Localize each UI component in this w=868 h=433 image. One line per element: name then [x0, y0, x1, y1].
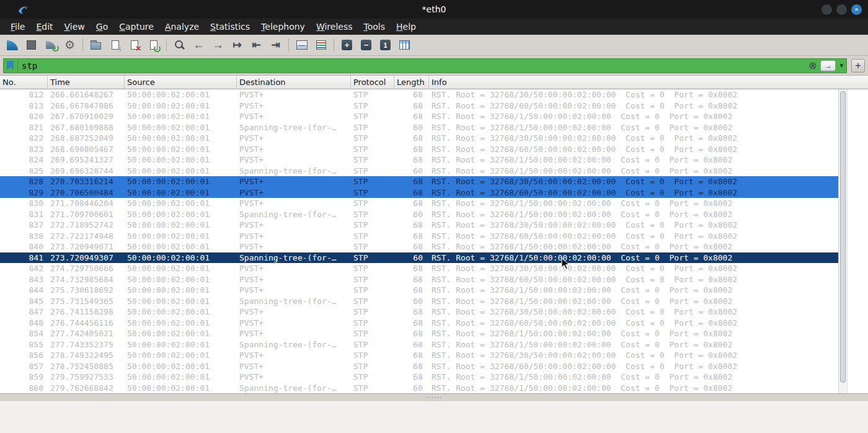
packet-row-813[interactable]: 813266.66784708650:00:00:02:00:01PVST+ST… [0, 100, 838, 112]
column-header-length[interactable]: Length [394, 76, 429, 89]
packet-row-843[interactable]: 843274.73298568450:00:00:02:00:01PVST+ST… [0, 274, 838, 285]
menu-item-view[interactable]: View [59, 19, 91, 35]
menu-item-go[interactable]: Go [91, 19, 113, 35]
packet-row-845[interactable]: 845275.73154936550:00:00:02:00:01Spannin… [0, 296, 838, 307]
packet-row-829[interactable]: 829270.70650048450:00:00:02:00:01PVST+ST… [0, 187, 838, 199]
auto-scroll-button[interactable] [292, 37, 311, 54]
add-filter-button[interactable]: + [851, 59, 865, 73]
packet-row-847[interactable]: 847276.74115829850:00:00:02:00:01PVST+ST… [0, 306, 838, 318]
find-packet-icon [174, 40, 185, 50]
title-bar: *eth0 × [0, 0, 868, 19]
main-toolbar [0, 35, 868, 56]
packet-row-821[interactable]: 821267.68010988850:00:00:02:00:01Spannin… [0, 122, 838, 133]
apply-filter-button[interactable]: → [820, 60, 836, 71]
previous-packet-button[interactable] [189, 37, 208, 54]
packet-row-820[interactable]: 820267.67691002950:00:00:02:00:01PVST+ST… [0, 111, 838, 122]
menu-item-edit[interactable]: Edit [30, 19, 58, 35]
cell-time: 272.718952742 [48, 220, 125, 231]
colorize-button[interactable] [311, 37, 330, 54]
zoom-out-button[interactable] [356, 37, 376, 54]
cell-no: 840 [0, 241, 48, 252]
packet-row-824[interactable]: 824269.69524132750:00:00:02:00:01PVST+ST… [0, 154, 838, 166]
packet-row-838[interactable]: 838272.72217494850:00:00:02:00:01PVST+ST… [0, 231, 838, 242]
filter-text[interactable]: stp [22, 61, 805, 71]
packet-list: 812266.66164826750:00:00:02:00:01PVST+ST… [0, 89, 838, 393]
save-file-button[interactable] [105, 37, 125, 54]
minimize-button[interactable] [822, 4, 832, 15]
start-capture-button[interactable] [2, 37, 22, 54]
packet-row-840[interactable]: 840273.72094907150:00:00:02:00:01PVST+ST… [0, 241, 838, 252]
bookmark-icon[interactable] [7, 61, 14, 70]
menu-item-analyze[interactable]: Analyze [159, 19, 205, 35]
capture-options-button[interactable] [60, 37, 79, 54]
cell-length: 60 [394, 339, 429, 350]
menu-item-statistics[interactable]: Statistics [205, 19, 255, 35]
open-file-button[interactable] [86, 37, 105, 54]
zoom-in-button[interactable] [337, 37, 356, 54]
packet-row-844[interactable]: 844275.73061869250:00:00:02:00:01PVST+ST… [0, 285, 838, 296]
cell-no: 812 [0, 89, 48, 100]
menu-item-capture[interactable]: Capture [113, 19, 159, 35]
menu-item-wireless[interactable]: Wireless [311, 19, 358, 35]
cell-protocol: STP [351, 339, 394, 350]
first-packet-button[interactable] [247, 37, 266, 54]
packet-row-812[interactable]: 812266.66164826750:00:00:02:00:01PVST+ST… [0, 89, 838, 100]
packet-row-854[interactable]: 854277.74240502150:00:00:02:00:01PVST+ST… [0, 328, 838, 339]
find-packet-button[interactable] [170, 37, 189, 54]
filter-dropdown-icon[interactable]: ▾ [839, 61, 843, 69]
packet-row-825[interactable]: 825269.69632874450:00:00:02:00:01Spannin… [0, 166, 838, 177]
packet-row-823[interactable]: 823268.69080546750:00:00:02:00:01PVST+ST… [0, 144, 838, 155]
cell-time: 275.730618692 [48, 285, 125, 296]
cell-no: 828 [0, 176, 48, 187]
zoom-original-button[interactable] [376, 37, 395, 54]
reload-file-button[interactable] [144, 37, 163, 54]
menu-item-telephony[interactable]: Telephony [255, 19, 311, 35]
column-header-destination[interactable]: Destination [237, 76, 351, 89]
packet-row-822[interactable]: 822268.68725204950:00:00:02:00:01PVST+ST… [0, 133, 838, 144]
packet-row-841[interactable]: 841273.72094930750:00:00:02:00:01Spannin… [0, 252, 838, 264]
go-to-packet-button[interactable] [228, 37, 247, 54]
packet-row-860[interactable]: 860279.76266884250:00:00:02:00:01Spannin… [0, 383, 838, 394]
menu-item-tools[interactable]: Tools [358, 19, 391, 35]
packet-row-828[interactable]: 828270.70331621450:00:00:02:00:01PVST+ST… [0, 176, 838, 187]
pane-splitter[interactable] [0, 393, 868, 402]
cell-length: 68 [394, 306, 429, 318]
cell-destination: PVST+ [237, 231, 351, 242]
vertical-scrollbar[interactable] [838, 89, 847, 393]
cell-time: 278.749322495 [48, 350, 125, 361]
packet-row-859[interactable]: 859279.75992753350:00:00:02:00:01PVST+ST… [0, 372, 838, 383]
close-file-button[interactable] [125, 37, 144, 54]
packet-row-855[interactable]: 855277.74335237550:00:00:02:00:01Spannin… [0, 339, 838, 350]
scrollbar-thumb[interactable] [840, 91, 846, 383]
packet-row-848[interactable]: 848276.74445611650:00:00:02:00:01PVST+ST… [0, 318, 838, 329]
column-header-protocol[interactable]: Protocol [351, 76, 394, 89]
cell-source: 50:00:00:02:00:01 [125, 241, 237, 252]
packet-row-842[interactable]: 842274.72975066650:00:00:02:00:01PVST+ST… [0, 263, 838, 274]
resize-columns-button[interactable] [395, 37, 414, 54]
cell-protocol: STP [351, 296, 394, 307]
packet-row-831[interactable]: 831271.70970060150:00:00:02:00:01Spannin… [0, 209, 838, 220]
menu-item-help[interactable]: Help [391, 19, 422, 35]
column-header-no[interactable]: No. [0, 76, 48, 89]
cell-time: 266.667847086 [48, 100, 125, 112]
maximize-button[interactable] [836, 4, 847, 15]
cell-length: 68 [394, 176, 429, 187]
cell-info: RST. Root = 32768/1/50:00:00:02:00:00 Co… [429, 339, 838, 350]
column-header-source[interactable]: Source [125, 76, 237, 89]
close-button[interactable]: × [851, 4, 862, 15]
last-packet-button[interactable] [266, 37, 285, 54]
packet-row-856[interactable]: 856278.74932249550:00:00:02:00:01PVST+ST… [0, 350, 838, 361]
packet-row-857[interactable]: 857278.75245088550:00:00:02:00:01PVST+ST… [0, 361, 838, 372]
column-header-info[interactable]: Info [429, 76, 868, 89]
next-packet-button[interactable] [208, 37, 228, 54]
column-header-time[interactable]: Time [48, 76, 125, 89]
packet-row-837[interactable]: 837272.71895274250:00:00:02:00:01PVST+ST… [0, 220, 838, 231]
stop-capture-button[interactable] [22, 37, 41, 54]
packet-row-830[interactable]: 830271.70844620450:00:00:02:00:01PVST+ST… [0, 198, 838, 209]
menu-item-file[interactable]: File [5, 19, 30, 35]
restart-capture-button[interactable] [41, 37, 60, 54]
display-filter-input[interactable]: stp ⊗ → ▾ [3, 58, 847, 73]
cell-length: 68 [394, 231, 429, 242]
pane-splitter-handle[interactable] [426, 396, 443, 399]
clear-filter-icon[interactable]: ⊗ [808, 61, 817, 71]
